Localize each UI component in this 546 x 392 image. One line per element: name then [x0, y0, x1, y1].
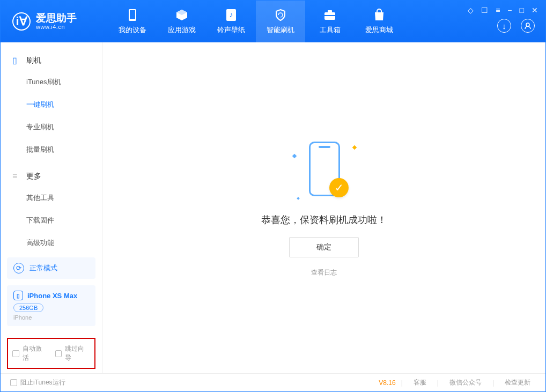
- link-customer-service[interactable]: 客服: [408, 378, 432, 387]
- window-controls: ◇ ☐ ≡ − □ ✕: [468, 6, 538, 14]
- highlighted-options: 自动激活 跳过向导: [7, 338, 95, 369]
- chk-auto-activate[interactable]: 自动激活: [12, 344, 48, 363]
- sidebar-item-batch-flash[interactable]: 批量刷机: [1, 138, 102, 161]
- sidebar-item-download-fw[interactable]: 下载固件: [1, 209, 102, 232]
- sidebar-item-pro-flash[interactable]: 专业刷机: [1, 116, 102, 138]
- minimize-icon[interactable]: −: [507, 6, 512, 14]
- sidebar: ▯ 刷机 iTunes刷机 一键刷机 专业刷机 批量刷机 ≡ 更多 其他工具 下…: [1, 42, 102, 373]
- confirm-button[interactable]: 确定: [289, 237, 359, 257]
- skin-icon[interactable]: ◇: [468, 6, 474, 14]
- sidebar-item-oneclick-flash[interactable]: 一键刷机: [1, 93, 102, 116]
- chk-block-itunes[interactable]: 阻止iTunes运行: [10, 378, 65, 387]
- svg-rect-6: [324, 15, 335, 16]
- device-name: iPhone XS Max: [27, 292, 77, 300]
- device-storage: 256GB: [13, 304, 43, 312]
- svg-point-7: [526, 23, 529, 26]
- shopping-bag-icon: [372, 8, 386, 22]
- mode-icon: ⟳: [13, 263, 24, 273]
- main-content: ✓ 恭喜您，保资料刷机成功啦！ 确定 查看日志: [102, 42, 545, 373]
- header-right: ↓: [497, 19, 535, 33]
- logo-icon: iⱯ: [12, 12, 31, 31]
- cube-icon: [175, 8, 189, 22]
- checkbox-icon: [12, 350, 19, 357]
- user-icon[interactable]: [521, 19, 535, 33]
- tab-store[interactable]: 爱思商城: [355, 1, 404, 42]
- sidebar-item-other-tools[interactable]: 其他工具: [1, 187, 102, 209]
- briefcase-icon: [323, 8, 337, 22]
- tab-smart-flash[interactable]: 智能刷机: [256, 1, 305, 42]
- menu-icon[interactable]: ≡: [496, 6, 500, 14]
- success-message: 恭喜您，保资料刷机成功啦！: [261, 213, 387, 226]
- svg-rect-5: [328, 10, 332, 12]
- link-check-update[interactable]: 检查更新: [499, 378, 536, 387]
- tab-toolbox[interactable]: 工具箱: [305, 1, 355, 42]
- chk-skip-guide[interactable]: 跳过向导: [55, 344, 91, 363]
- checkbox-icon: [55, 350, 62, 357]
- device-icon: ▯: [12, 55, 21, 65]
- app-subtitle: www.i4.cn: [36, 24, 77, 30]
- app-title: 爱思助手: [36, 13, 77, 24]
- view-log-link[interactable]: 查看日志: [311, 268, 337, 277]
- checkbox-icon: [10, 379, 17, 386]
- nav-tabs: 我的设备 应用游戏 ♪ 铃声壁纸 智能刷机 工具箱 爱思商城: [108, 1, 404, 42]
- device-type: iPhone: [13, 314, 89, 321]
- device-card[interactable]: ▯ iPhone XS Max 256GB iPhone: [7, 285, 95, 326]
- sidebar-section-more: ≡ 更多: [1, 168, 102, 187]
- device-mini-icon: ▯: [13, 291, 23, 300]
- tab-apps-games[interactable]: 应用游戏: [157, 1, 206, 42]
- music-file-icon: ♪: [224, 8, 238, 22]
- tab-ring-wallpaper[interactable]: ♪ 铃声壁纸: [206, 1, 256, 42]
- feedback-icon[interactable]: ☐: [481, 6, 488, 14]
- footer: 阻止iTunes运行 V8.16 | 客服 | 微信公众号 | 检查更新: [1, 373, 545, 391]
- maximize-icon[interactable]: □: [520, 6, 524, 14]
- close-icon[interactable]: ✕: [532, 6, 538, 14]
- sidebar-item-advanced[interactable]: 高级功能: [1, 232, 102, 254]
- logo: iⱯ 爱思助手 www.i4.cn: [1, 12, 108, 31]
- link-wechat[interactable]: 微信公众号: [444, 378, 487, 387]
- success-illustration: ✓: [292, 138, 356, 203]
- tab-my-device[interactable]: 我的设备: [108, 1, 157, 42]
- shield-refresh-icon: [274, 8, 287, 22]
- sidebar-section-flash: ▯ 刷机: [1, 52, 102, 71]
- version-label: V8.16: [379, 379, 395, 387]
- list-icon: ≡: [12, 172, 21, 181]
- svg-rect-1: [130, 10, 135, 19]
- sidebar-item-itunes-flash[interactable]: iTunes刷机: [1, 71, 102, 93]
- svg-text:♪: ♪: [230, 10, 233, 19]
- header: iⱯ 爱思助手 www.i4.cn 我的设备 应用游戏 ♪ 铃声壁纸 智能刷机 …: [1, 1, 545, 42]
- mode-card[interactable]: ⟳ 正常模式: [7, 257, 95, 279]
- mode-label: 正常模式: [29, 263, 57, 273]
- download-icon[interactable]: ↓: [497, 19, 511, 33]
- phone-icon: [126, 8, 139, 22]
- check-badge-icon: ✓: [329, 178, 349, 197]
